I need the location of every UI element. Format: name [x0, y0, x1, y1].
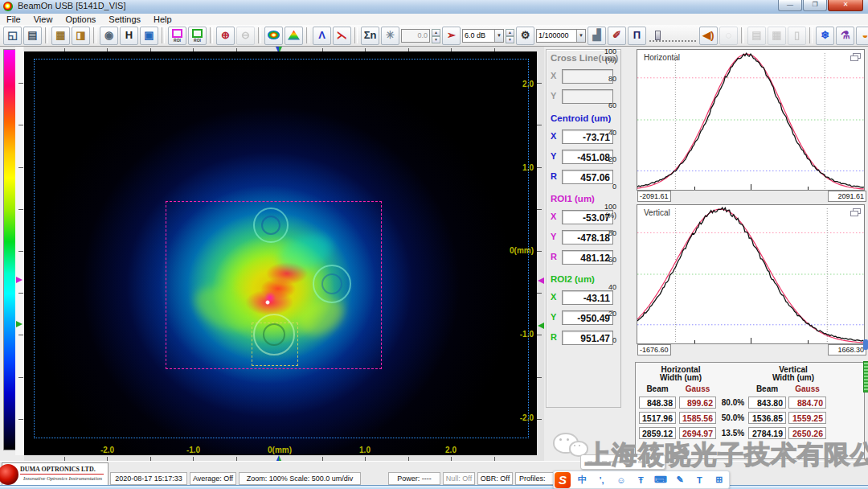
ime-toolbox-icon[interactable]: ⊞ — [710, 475, 729, 485]
ime-mic-icon[interactable]: Ŧ — [631, 475, 650, 485]
pulse-button[interactable]: Π — [628, 27, 646, 45]
exit-button[interactable]: ◨ — [72, 27, 90, 45]
roi1-button[interactable]: ROI — [168, 27, 186, 45]
ime-lang-icon[interactable]: 中 — [572, 474, 592, 486]
table-cell-v_gauss: 884.70 — [788, 397, 826, 409]
roi2-button[interactable]: ROI — [188, 27, 207, 45]
profile-cursor-marker[interactable] — [16, 277, 23, 283]
chart-y-tick: 80 — [600, 229, 616, 237]
menu-file[interactable]: File — [0, 14, 27, 25]
profile-cursor-marker[interactable] — [538, 323, 544, 329]
ruler-tick — [18, 83, 23, 84]
gain-spinner[interactable]: ▲▼ — [506, 29, 514, 43]
power-status: Power: ---- — [388, 472, 440, 485]
toolbar-separator — [306, 27, 309, 43]
print-button[interactable]: ▤ — [23, 27, 42, 45]
ime-handwrite-icon[interactable]: ✎ — [670, 475, 690, 485]
chart-y-unit: (%) — [600, 212, 616, 220]
table-col-header: Gauss — [788, 384, 826, 393]
zoom-scale-status: Zoom: 100% Scale: 500.0 um/div — [239, 472, 361, 485]
menu-settings[interactable]: Settings — [102, 14, 147, 25]
scrollbar-thumb-green[interactable] — [863, 361, 868, 392]
settings-gear-button[interactable]: ⚙ — [516, 27, 534, 45]
histogram-button[interactable]: H — [120, 27, 138, 45]
cursor-rectangle[interactable] — [252, 323, 298, 366]
profile-cursor-marker[interactable] — [16, 321, 23, 327]
gain-select[interactable]: 6.0 dB▼ — [462, 29, 504, 43]
ime-emoji-icon[interactable]: ☺ — [612, 475, 631, 485]
ruler-tick — [537, 209, 542, 210]
sogou-logo-icon[interactable]: S — [555, 472, 571, 488]
beam-x-label: 1.0 — [354, 446, 376, 454]
table-cell-v_beam: 843.80 — [748, 397, 786, 409]
display-2d-button[interactable] — [264, 27, 283, 45]
profile-cursor-marker[interactable] — [538, 277, 544, 284]
sound-button[interactable]: ◀) — [699, 27, 718, 45]
display-3d-button[interactable] — [285, 27, 303, 45]
beam-x-label: 0(mm) — [268, 446, 290, 454]
ruler-tick — [537, 251, 542, 252]
table-group-header: HorizontalWidth (um) — [641, 366, 721, 382]
reference-star-button[interactable]: ✳ — [381, 27, 399, 45]
scrollbar-thumb-blue[interactable] — [863, 339, 868, 350]
laser-pen-button[interactable]: ✐ — [608, 27, 626, 45]
ruler-tick — [18, 209, 23, 210]
table-cell-h_beam: 1517.96 — [639, 412, 676, 424]
ruler-tick — [537, 167, 542, 168]
ruler-tick — [18, 125, 23, 125]
menu-view[interactable]: View — [27, 14, 59, 25]
windows-taskbar-edge[interactable] — [0, 485, 868, 489]
ruler-tick — [537, 293, 542, 294]
bucket-button[interactable]: ◒ — [856, 27, 868, 45]
trigger-arrow-button[interactable]: ➢ — [442, 27, 461, 45]
vertical-profile-plot[interactable]: Vertical — [637, 204, 865, 344]
ime-skin-icon[interactable]: T — [690, 475, 709, 485]
flask-button[interactable]: ⚗ — [836, 27, 854, 45]
app-icon — [3, 2, 13, 11]
image-view-button[interactable]: ▣ — [140, 27, 158, 45]
chart-x-max-label: 1668.30 — [828, 344, 866, 355]
workspace: -2.0-1.00(mm)1.02.0 2.01.00(mm)-1.0-2.0 … — [0, 47, 868, 461]
beam-y-label: 1.0 — [522, 163, 534, 172]
ruler-tick — [537, 83, 542, 84]
gauss-fit-button[interactable]: Λ — [313, 27, 331, 45]
ime-punct-icon[interactable]: ’, — [592, 475, 611, 485]
title-bar: BeamOn USB [5141D_VIS] —❐✕ — [0, 0, 868, 14]
beam-x-label: -2.0 — [96, 446, 119, 454]
zoom-in-button[interactable]: ⊕ — [216, 27, 235, 45]
grid-view-button: ▦ — [768, 27, 786, 45]
toolbar-separator — [93, 27, 96, 43]
ime-keyboard-icon[interactable]: ⌨ — [651, 475, 670, 485]
table-cell-v_gauss: 1559.25 — [788, 412, 826, 424]
toolbar-separator — [162, 27, 165, 43]
attenuation-select-arrow-icon[interactable]: ▼ — [576, 30, 585, 42]
level-bars-button[interactable]: ▟ — [588, 27, 606, 45]
freeze-button[interactable]: ❄ — [816, 27, 834, 45]
menu-options[interactable]: Options — [59, 14, 102, 25]
trigger-level-slider[interactable] — [649, 29, 696, 42]
trigger-level-slider-thumb[interactable] — [655, 31, 661, 40]
ruler-tick — [537, 125, 542, 125]
toolbar-separator — [210, 27, 213, 43]
ruler-tick — [18, 377, 23, 378]
exposure-spinner[interactable]: ▲▼ — [432, 29, 440, 43]
maximize-button[interactable]: ❐ — [803, 0, 827, 11]
profile-markers-button[interactable]: ⋋ — [333, 27, 351, 45]
section-title: Centroid (um) — [551, 113, 611, 123]
logo-sphere-icon — [0, 464, 18, 485]
sum-button[interactable]: Σn — [361, 27, 379, 45]
chart-x-max-label: 2091.61 — [828, 191, 866, 202]
camera-button[interactable]: ◉ — [100, 27, 118, 45]
attenuation-select[interactable]: 1/100000▼ — [536, 29, 586, 43]
properties-button[interactable]: ▦ — [51, 27, 70, 45]
beam-x-label: -1.0 — [182, 446, 205, 454]
horizontal-profile-plot[interactable]: Horizontal — [637, 49, 865, 191]
open-report-button[interactable]: ◱ — [3, 27, 22, 45]
field-value: -43.11 — [562, 290, 613, 305]
menu-help[interactable]: Help — [147, 14, 178, 25]
close-button[interactable]: ✕ — [828, 0, 863, 11]
chart-y-tick: 60 — [600, 101, 616, 109]
gain-select-arrow-icon[interactable]: ▼ — [494, 30, 503, 42]
minimize-button[interactable]: — — [778, 0, 802, 11]
beam-image-canvas[interactable]: -2.0-1.00(mm)1.02.0 2.01.00(mm)-1.0-2.0 — [24, 51, 537, 455]
